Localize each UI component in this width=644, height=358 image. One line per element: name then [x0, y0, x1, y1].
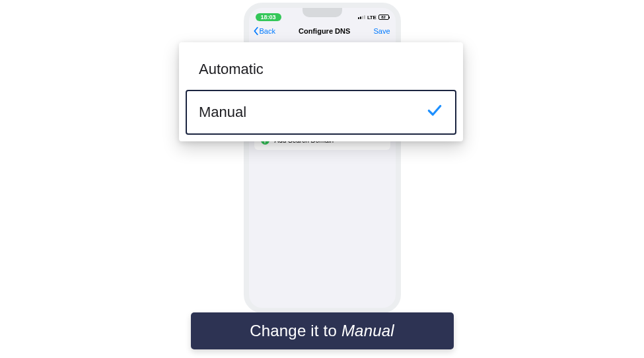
status-time: 18:03 — [256, 13, 281, 21]
instruction-caption: Change it to Manual — [191, 312, 454, 349]
check-icon — [426, 102, 443, 123]
option-automatic[interactable]: Automatic — [186, 49, 456, 90]
caption-emphasis: Manual — [341, 322, 394, 340]
save-button[interactable]: Save — [373, 27, 390, 35]
caption-prefix: Change it to — [250, 322, 341, 340]
option-automatic-label: Automatic — [199, 61, 264, 78]
back-label: Back — [260, 27, 275, 35]
phone-notch — [303, 8, 342, 17]
dns-options-popout: Automatic Manual — [179, 42, 463, 141]
status-right: LTE 82 — [358, 15, 389, 20]
signal-icon — [358, 15, 365, 19]
status-network: LTE — [367, 15, 376, 20]
status-battery: 82 — [381, 15, 386, 19]
battery-icon: 82 — [378, 15, 389, 20]
back-button[interactable]: Back — [253, 26, 275, 36]
option-manual[interactable]: Manual — [186, 90, 456, 135]
chevron-left-icon — [253, 26, 260, 36]
nav-bar: Back Configure DNS Save — [249, 22, 396, 41]
page-title: Configure DNS — [299, 27, 350, 35]
option-manual-label: Manual — [199, 104, 246, 121]
